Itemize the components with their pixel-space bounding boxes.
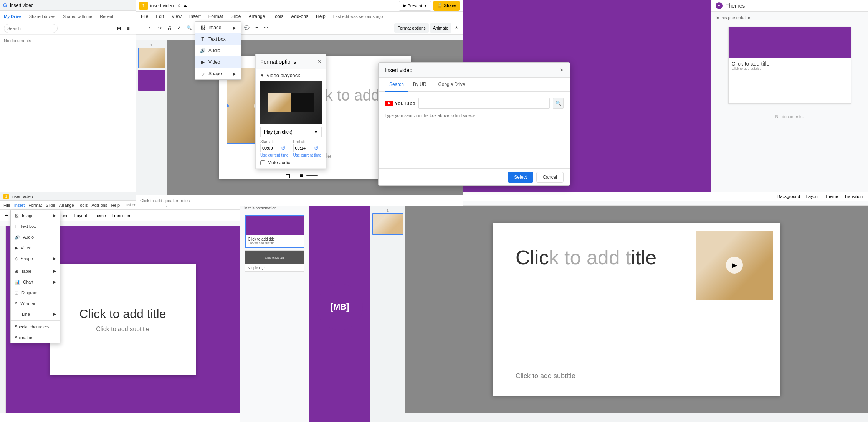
- dialog-close-button[interactable]: ×: [560, 67, 564, 74]
- speaker-notes[interactable]: Click to add speaker notes: [136, 195, 463, 206]
- end-use-current[interactable]: Use current time: [293, 153, 321, 157]
- menu-tools[interactable]: Tools: [271, 13, 285, 20]
- insert-image[interactable]: 🖼 Image ▶: [195, 22, 241, 33]
- theme-click-title: Click to add title: [732, 61, 848, 67]
- share-button[interactable]: 🔒 Share: [433, 1, 460, 11]
- undo-icon[interactable]: ↩: [147, 23, 155, 33]
- redo-icon[interactable]: ↪: [156, 23, 164, 33]
- cancel-button[interactable]: Cancel: [536, 172, 564, 183]
- start-use-current[interactable]: Use current time: [260, 153, 288, 157]
- theme-card-1[interactable]: Click to add title Click to add subtitle: [245, 215, 304, 248]
- theme-right[interactable]: Theme: [823, 192, 840, 201]
- slide-content-bottom: Click to add title Click to add subtitle: [50, 264, 196, 375]
- menu-file-bottom[interactable]: File: [3, 203, 10, 208]
- nav-shared-drives[interactable]: Shared drives: [29, 14, 55, 19]
- tab-search[interactable]: Search: [385, 78, 408, 92]
- end-time-input[interactable]: [293, 144, 312, 152]
- collapse-btn[interactable]: ∧: [453, 23, 460, 33]
- menu-format[interactable]: Format: [207, 13, 225, 20]
- insert-video-bottom[interactable]: ▶ Video: [11, 242, 60, 253]
- cloud-icon[interactable]: ☁: [183, 3, 187, 8]
- insert-table-bottom[interactable]: ⊞ Table ▶: [11, 266, 60, 277]
- comment-icon[interactable]: 💬: [242, 23, 252, 33]
- theme-card-simple-light[interactable]: Click to add title Simple Light: [245, 250, 304, 272]
- insert-textbox-bottom[interactable]: T Text box: [11, 221, 60, 232]
- mute-checkbox[interactable]: [260, 160, 265, 165]
- align-icon[interactable]: ≡: [253, 23, 260, 33]
- fo-title: Format options: [260, 59, 296, 65]
- start-time-input[interactable]: [260, 144, 279, 152]
- undo-btn-bottom[interactable]: ↩: [3, 211, 11, 220]
- nav-recent[interactable]: Recent: [100, 14, 113, 19]
- transition-btn[interactable]: Transition: [109, 211, 132, 220]
- theme-btn[interactable]: Theme: [91, 211, 108, 220]
- spell-icon[interactable]: ✓: [175, 23, 183, 33]
- layout-btn[interactable]: Layout: [72, 211, 89, 220]
- zoom-btn[interactable]: 🔍: [184, 23, 194, 33]
- start-refresh-icon[interactable]: ↺: [281, 145, 286, 151]
- no-docs-top: No documents.: [711, 107, 868, 127]
- end-refresh-icon[interactable]: ↺: [314, 145, 319, 151]
- slide-thumb-right-1[interactable]: [372, 213, 403, 235]
- insert-animation-bottom[interactable]: Animation: [11, 332, 60, 343]
- insert-image-bottom[interactable]: 🖼 Image ▶: [11, 210, 60, 221]
- menu-addons[interactable]: Add-ons: [289, 13, 310, 20]
- menu-addons-bottom[interactable]: Add-ons: [91, 203, 107, 208]
- insert-diagram-bottom[interactable]: ◱ Diagram: [11, 287, 60, 298]
- undo-btn[interactable]: +: [139, 23, 145, 33]
- menu-tools-bottom[interactable]: Tools: [78, 203, 88, 208]
- youtube-search-button[interactable]: 🔍: [553, 98, 564, 109]
- title-text-middle: k to add t: [549, 246, 631, 269]
- fo-close-button[interactable]: ×: [318, 58, 321, 65]
- slide-thumbs-right: 1: [370, 206, 405, 413]
- present-button[interactable]: ▶ Present ▼: [399, 1, 432, 11]
- tab-google-drive[interactable]: Google Drive: [433, 78, 470, 92]
- star-icon[interactable]: ☆: [177, 3, 181, 8]
- menu-insert[interactable]: Insert: [188, 13, 202, 20]
- youtube-search-input[interactable]: [418, 98, 550, 109]
- fo-video-section-title[interactable]: ▼ Video playback: [260, 73, 321, 78]
- drive-search-input[interactable]: [4, 24, 58, 33]
- insert-shape[interactable]: ◇ Shape ▶: [195, 68, 241, 79]
- current-theme-thumb[interactable]: Click to add title Click to add subtitle: [728, 27, 851, 104]
- menu-edit[interactable]: Edit: [154, 13, 165, 20]
- nav-my-drive[interactable]: My Drive: [4, 14, 21, 19]
- list-view-btn[interactable]: ≡: [124, 25, 132, 32]
- select-button[interactable]: Select: [508, 172, 533, 183]
- grid-view-btn[interactable]: ⊞: [115, 25, 123, 32]
- slide-thumbnail-1[interactable]: [138, 48, 165, 68]
- menu-help-bottom[interactable]: Help: [111, 203, 120, 208]
- animate-button[interactable]: Animate: [430, 23, 451, 33]
- time-row: Start at: ↺ Use current time End at: ↺ U…: [260, 140, 321, 158]
- insert-menu-dropdown: 🖼 Image ▶ T Text box 🔊 Audio ▶ Video ◇ S…: [195, 21, 241, 80]
- insert-special-chars-bottom[interactable]: Special characters: [11, 321, 60, 332]
- nav-shared-with-me[interactable]: Shared with me: [63, 14, 92, 19]
- menu-slide[interactable]: Slide: [229, 13, 243, 20]
- menu-file[interactable]: File: [139, 13, 150, 20]
- insert-video[interactable]: ▶ Video: [195, 56, 241, 68]
- insert-text-box[interactable]: T Text box: [195, 33, 241, 45]
- insert-line-bottom[interactable]: — Line ▶: [11, 309, 60, 320]
- background-right[interactable]: Background: [775, 192, 802, 201]
- tab-by-url[interactable]: By URL: [408, 78, 433, 92]
- menu-arrange-bottom[interactable]: Arrange: [59, 203, 74, 208]
- menu-view[interactable]: View: [170, 13, 183, 20]
- menu-insert-bottom[interactable]: Insert: [14, 203, 25, 208]
- menu-format-bottom[interactable]: Format: [28, 203, 42, 208]
- transition-right[interactable]: Transition: [842, 192, 865, 201]
- insert-audio[interactable]: 🔊 Audio: [195, 45, 241, 56]
- grid-icon[interactable]: ⊞: [282, 172, 293, 180]
- print-icon[interactable]: 🖨: [165, 23, 174, 33]
- list-icon[interactable]: ≡: [296, 172, 307, 180]
- format-options-button[interactable]: Format options: [394, 23, 428, 33]
- more-icon[interactable]: ⋯: [261, 23, 270, 33]
- menu-arrange[interactable]: Arrange: [247, 13, 267, 20]
- insert-audio-bottom[interactable]: 🔊 Audio: [11, 232, 60, 242]
- menu-help[interactable]: Help: [314, 13, 327, 20]
- layout-right[interactable]: Layout: [804, 192, 821, 201]
- play-dropdown[interactable]: Play (on click) ▼: [260, 127, 322, 137]
- insert-wordart-bottom[interactable]: A Word art: [11, 298, 60, 309]
- insert-shape-bottom[interactable]: ◇ Shape ▶: [11, 253, 60, 264]
- insert-chart-bottom[interactable]: 📊 Chart ▶: [11, 277, 60, 287]
- menu-slide-bottom[interactable]: Slide: [46, 203, 55, 208]
